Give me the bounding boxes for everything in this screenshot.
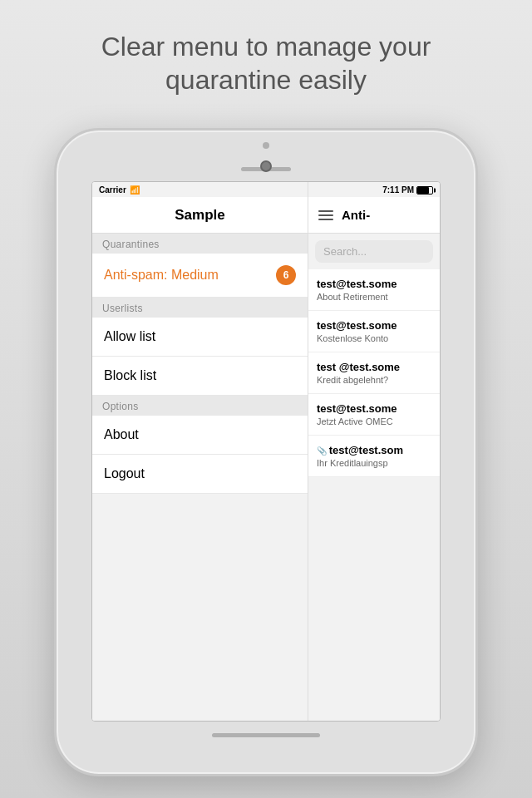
logout-label: Logout [104,466,145,481]
phone-screen: Carrier 📶 Sample Quarantines Anti-spam: … [91,181,441,722]
tagline-line2: quarantine easily [165,65,367,95]
email-item-4[interactable]: test@test.some Jetzt Active OMEC [308,394,440,436]
phone-dot [263,142,269,149]
antispam-label: Anti-spam: Medium [104,268,219,283]
sidebar-item-logout[interactable]: Logout [92,455,308,494]
phone-camera [260,160,272,172]
phone-top [57,131,475,171]
battery-fill [417,187,429,194]
allowlist-label: Allow list [104,329,155,344]
blocklist-label: Block list [104,368,156,383]
phone-frame: Carrier 📶 Sample Quarantines Anti-spam: … [54,128,478,776]
sidebar-item-blocklist[interactable]: Block list [92,357,308,396]
email-item-2[interactable]: test@test.some Kostenlose Konto [308,311,440,352]
email-subject-5: Ihr Kreditlauingsp [317,458,431,468]
search-bar[interactable]: Search... [315,240,433,263]
tagline-line1: Clear menu to manage your [101,32,431,62]
sidebar-item-about[interactable]: About [92,416,308,455]
section-options: Options [92,396,308,416]
email-from-2: test@test.some [317,319,431,332]
email-from-3: test @test.some [317,361,431,373]
email-item-1[interactable]: test@test.some About Retirement [308,269,440,311]
tagline: Clear menu to manage your quarantine eas… [68,30,465,96]
phone-home-indicator [212,733,320,737]
email-subject-3: Kredit abgelehnt? [317,375,431,385]
email-list: test@test.some About Retirement test@tes… [308,269,440,721]
email-subject-4: Jetzt Active OMEC [317,416,431,426]
email-subject-2: Kostenlose Konto [317,333,431,343]
battery-icon [416,186,433,195]
email-from-5: test@test.som [317,444,431,456]
email-item-5[interactable]: test@test.som Ihr Kreditlauingsp [308,436,440,477]
email-subject-1: About Retirement [317,292,431,302]
about-label: About [104,427,139,442]
email-from-1: test@test.some [317,278,431,290]
section-userlists: Userlists [92,298,308,318]
email-from-4: test@test.some [317,402,431,415]
sidebar-item-antispam[interactable]: Anti-spam: Medium 6 [92,254,308,298]
main-panel: 7:11 PM Anti- Search... test@test.some [308,182,440,721]
hamburger-line-2 [318,214,333,216]
search-placeholder: Search... [323,245,367,258]
antispam-badge: 6 [276,265,296,285]
section-quarantines: Quarantines [92,234,308,254]
hamburger-line-1 [318,210,333,212]
sidebar-header: Sample [92,197,308,234]
carrier-label: Carrier [99,185,126,195]
main-panel-title: Anti- [342,208,370,222]
time-label: 7:11 PM [382,185,414,195]
sidebar-item-allowlist[interactable]: Allow list [92,318,308,357]
email-item-3[interactable]: test @test.some Kredit abgelehnt? [308,352,440,394]
main-header: Anti- [308,197,440,234]
status-bar-left: Carrier 📶 [92,182,146,198]
hamburger-icon[interactable] [318,210,333,220]
hamburger-line-3 [318,219,333,220]
sidebar: Carrier 📶 Sample Quarantines Anti-spam: … [92,182,308,721]
wifi-icon: 📶 [130,185,140,195]
sidebar-title: Sample [175,207,224,224]
status-bar-right: 7:11 PM [376,182,440,198]
